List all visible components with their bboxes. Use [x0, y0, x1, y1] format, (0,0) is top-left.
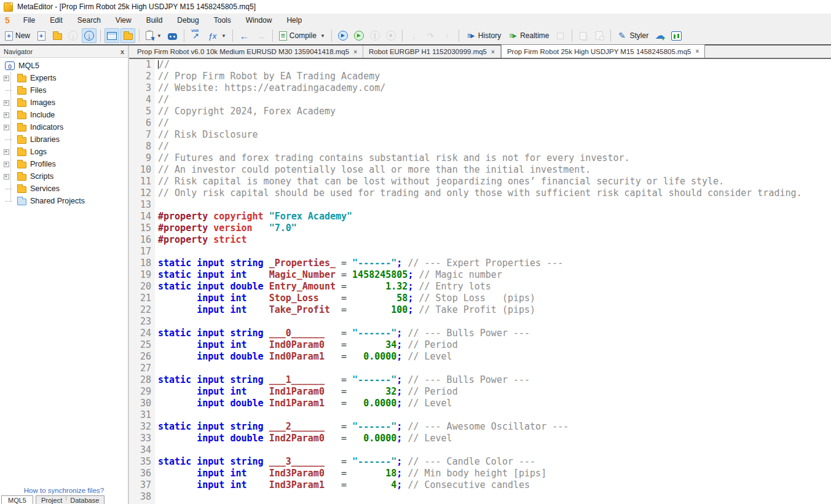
bottom-tab-mql5[interactable]: MQL5 — [1, 495, 33, 504]
menu-build[interactable]: Build — [139, 15, 170, 26]
expand-plus-icon[interactable]: + — [4, 76, 9, 81]
bottom-tab-project[interactable]: Project — [41, 497, 62, 500]
folder-icon — [17, 174, 26, 181]
folder-open-icon — [53, 33, 62, 40]
expand-plus-icon[interactable]: + — [4, 149, 9, 155]
tab-close-icon[interactable]: × — [695, 48, 699, 55]
mql5-root-icon: {} — [5, 61, 15, 70]
line-number: 20 — [129, 281, 151, 293]
compile-list-icon: ≣ — [279, 31, 287, 41]
menu-help[interactable]: Help — [279, 15, 309, 26]
document-tab-active[interactable]: Prop Firm Robot 25k High USDJPY M15 1458… — [501, 44, 705, 58]
line-number: 18 — [129, 258, 151, 269]
new-file-button[interactable]: + — [34, 28, 49, 43]
code-line: input double Ind0Param1 = 0.0000; // Lev… — [158, 351, 831, 363]
line-number: 25 — [129, 339, 151, 351]
code-line: // — [158, 94, 831, 106]
sidebar-item-shared-projects[interactable]: Shared Projects — [0, 195, 128, 207]
expand-plus-icon[interactable]: + — [4, 125, 9, 130]
expand-plus-icon[interactable]: + — [4, 174, 9, 179]
expand-plus-icon[interactable]: + — [4, 112, 9, 118]
navigator-toggle[interactable] — [104, 28, 119, 43]
menu-file[interactable]: File — [16, 15, 42, 26]
variables-button[interactable]: ↗ — [188, 28, 203, 43]
menu-search[interactable]: Search — [70, 15, 108, 26]
sidebar-item-include[interactable]: +Include — [0, 109, 128, 121]
document-tab[interactable]: Robot EURGBP H1 1152030999.mq5× — [363, 45, 501, 58]
snippets-button[interactable]: ▼ — [143, 28, 164, 43]
folder-icon — [17, 137, 26, 144]
sidebar-item-experts[interactable]: +Experts — [0, 72, 128, 84]
code-line: input int Ind0Param0 = 34; // Period — [158, 339, 831, 351]
document-tab[interactable]: Prop Firm Robot v6.0 10k Medium EURUSD M… — [132, 45, 363, 58]
back-button[interactable]: ← — [237, 28, 252, 43]
step-out-button: ↑ — [439, 28, 455, 43]
step-out-icon: ↑ — [442, 31, 452, 41]
sidebar-item-label: Logs — [30, 148, 47, 156]
debug-realtime-button[interactable]: ▶ — [352, 28, 366, 43]
code-content[interactable]: //// Prop Firm Robot by EA Trading Acade… — [155, 59, 831, 504]
code-line: // Prop Firm Robot by EA Trading Academy — [158, 71, 831, 82]
bottom-tab-database[interactable]: Database — [70, 497, 99, 500]
chart-candles-icon — [671, 31, 682, 41]
folder-icon — [17, 186, 26, 193]
code-editor[interactable]: 1234567891011121314151617181920212223242… — [129, 59, 831, 504]
sync-help-link[interactable]: How to synchronize files? — [0, 487, 128, 494]
sync-download-button[interactable]: ↓ — [82, 28, 96, 43]
toolbar-separator — [100, 30, 101, 42]
functions-button[interactable]: ƒx▼ — [205, 28, 229, 43]
code-line: #property version "7.0" — [158, 222, 831, 234]
tab-close-icon[interactable]: × — [491, 49, 495, 55]
code-line — [158, 491, 831, 503]
toolbox-toggle[interactable] — [120, 28, 135, 43]
navigator-title: Navigator — [4, 48, 33, 55]
sidebar-item-indicators[interactable]: +Indicators — [0, 121, 128, 133]
debug-history-button[interactable]: ▶ — [336, 28, 350, 43]
dropdown-arrow-icon[interactable]: ▼ — [221, 33, 226, 39]
forward-button: → — [253, 28, 269, 43]
compile-button[interactable]: ≣Compile▼ — [277, 28, 328, 43]
history-button[interactable]: ≡▸History — [463, 28, 503, 43]
line-number: 24 — [129, 328, 151, 339]
menu-edit[interactable]: Edit — [42, 15, 70, 26]
code-line: // Website: https://eatradingacademy.com… — [158, 82, 831, 94]
menu-debug[interactable]: Debug — [170, 15, 206, 26]
tree-branch-line — [6, 201, 12, 202]
sidebar-item-libraries[interactable]: Libraries — [0, 133, 128, 146]
sidebar-item-mql5[interactable]: {}MQL5 — [0, 60, 128, 72]
sidebar-item-label: Include — [30, 111, 55, 119]
navigator-panel: Navigator x {}MQL5+ExpertsFiles+Images+I… — [0, 45, 129, 504]
dropdown-arrow-icon[interactable]: ▼ — [157, 33, 162, 39]
expand-plus-icon[interactable]: + — [4, 162, 9, 167]
realtime-button[interactable]: ≡▸Realtime — [505, 28, 551, 43]
toolbar-separator — [331, 30, 332, 42]
sidebar-item-scripts[interactable]: +Scripts — [0, 170, 128, 183]
tree-connector — [0, 90, 12, 91]
code-line: // Copyright 2024, Forex Academy — [158, 106, 831, 117]
menu-tools[interactable]: Tools — [207, 15, 238, 26]
line-number: 22 — [129, 304, 151, 316]
dropdown-arrow-icon[interactable]: ▼ — [320, 33, 325, 39]
sidebar-item-logs[interactable]: +Logs — [0, 146, 128, 158]
title-bar: MetaEditor - [Prop Firm Robot 25k High U… — [0, 0, 831, 14]
line-number: 17 — [129, 246, 151, 258]
assistant-button[interactable] — [165, 28, 180, 43]
tab-close-icon[interactable]: × — [353, 49, 357, 55]
navigator-close-icon[interactable]: x — [120, 48, 124, 55]
tree-branch-line — [6, 140, 12, 140]
sidebar-item-files[interactable]: Files — [0, 84, 128, 96]
expand-plus-icon[interactable]: + — [4, 100, 9, 106]
sidebar-item-images[interactable]: +Images — [0, 96, 128, 109]
toolbar-separator — [572, 30, 572, 42]
menu-view[interactable]: View — [108, 15, 139, 26]
tab-label: Robot EURGBP H1 1152030999.mq5 — [369, 48, 487, 55]
sidebar-item-services[interactable]: Services — [0, 183, 128, 195]
styler-button[interactable]: ✎Styler — [615, 28, 652, 43]
chart-button[interactable] — [669, 28, 684, 43]
menu-window[interactable]: Window — [238, 15, 280, 26]
sidebar-item-profiles[interactable]: +Profiles — [0, 158, 128, 170]
navigator-tree: {}MQL5+ExpertsFiles+Images+Include+Indic… — [0, 58, 128, 504]
cloud-sync-button[interactable]: ☁ — [652, 28, 668, 43]
new-button[interactable]: +New — [2, 28, 33, 43]
open-folder-button[interactable] — [50, 28, 65, 43]
